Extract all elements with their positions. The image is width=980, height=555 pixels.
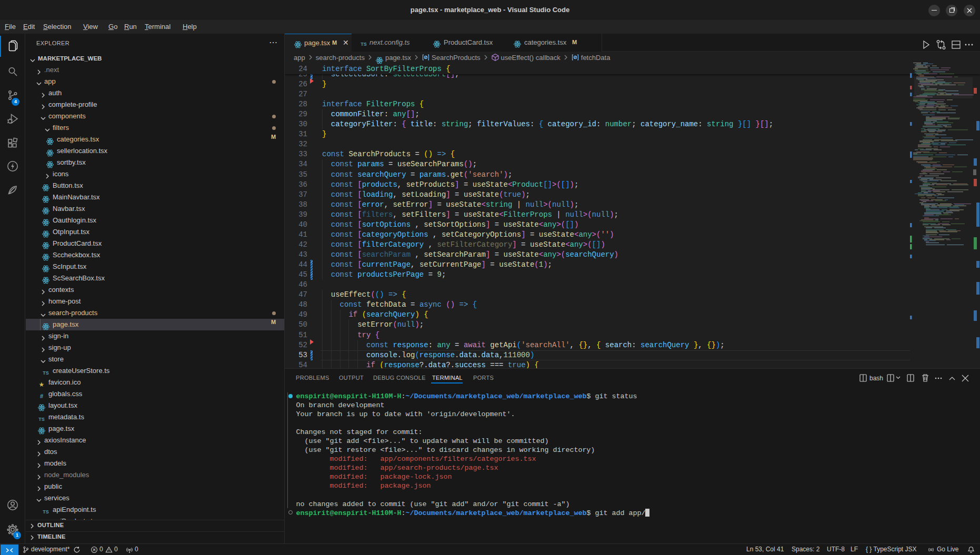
svg-text:bash: bash [869, 375, 883, 382]
